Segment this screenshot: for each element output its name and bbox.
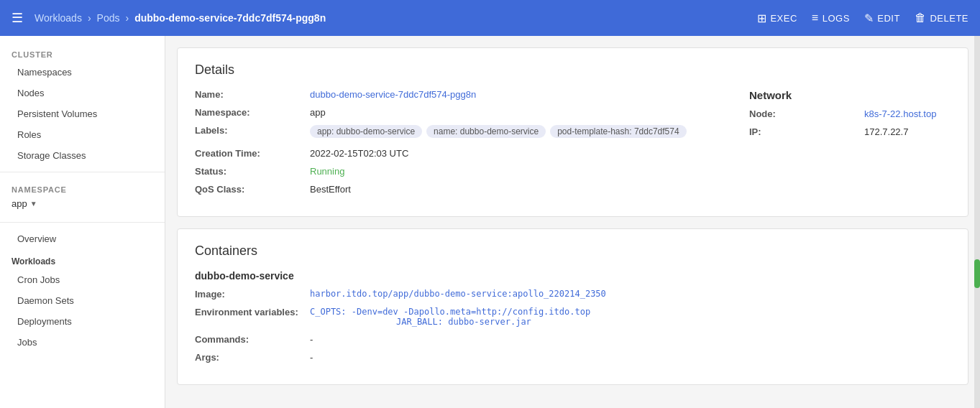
labels-label: Labels:: [195, 125, 310, 136]
sidebar-item-overview[interactable]: Overview: [0, 228, 165, 249]
containers-title: Containers: [195, 244, 951, 259]
exec-button[interactable]: ⊞ EXEC: [757, 11, 797, 25]
delete-label: DELETE: [930, 13, 968, 24]
creation-value: 2022-02-15T02:03 UTC: [310, 148, 408, 159]
env-label: Environment variables:: [195, 307, 310, 317]
sidebar: Cluster Namespaces Nodes Persistent Volu…: [0, 36, 165, 408]
env-row: Environment variables: C_OPTS: -Denv=dev…: [195, 307, 951, 327]
commands-label: Commands:: [195, 334, 310, 345]
qos-row: QoS Class: BestEffort: [195, 184, 735, 195]
delete-icon: 🗑: [915, 11, 927, 24]
name-row: Name: dubbo-demo-service-7ddc7df574-pgg8…: [195, 89, 735, 100]
exec-label: EXEC: [770, 13, 797, 24]
network-title: Network: [749, 89, 951, 101]
breadcrumb-workloads[interactable]: Workloads: [35, 12, 82, 24]
commands-row: Commands: -: [195, 334, 951, 345]
args-value: -: [310, 352, 313, 363]
namespace-detail-label: Namespace:: [195, 107, 310, 118]
args-label: Args:: [195, 352, 310, 363]
breadcrumb-current: dubbo-demo-service-7ddc7df574-pgg8n: [134, 12, 326, 24]
exec-icon: ⊞: [757, 11, 767, 25]
ip-label: IP:: [749, 126, 864, 137]
details-title: Details: [195, 62, 951, 78]
namespace-detail-value: app: [310, 107, 326, 118]
breadcrumb-pods[interactable]: Pods: [97, 12, 120, 24]
details-network: Network Node: k8s-7-22.host.top IP: 172.…: [735, 89, 951, 202]
labels-container: app: dubbo-demo-service name: dubbo-demo…: [310, 125, 691, 141]
image-value: harbor.itdo.top/app/dubbo-demo-service:a…: [310, 289, 606, 299]
node-row: Node: k8s-7-22.host.top: [749, 108, 951, 119]
scrollbar-thumb[interactable]: [974, 259, 980, 288]
breadcrumb-sep-1: ›: [88, 12, 91, 24]
edit-button[interactable]: ✎ EDIT: [864, 11, 900, 25]
cluster-section-title: Cluster: [0, 45, 165, 62]
image-label: Image:: [195, 289, 310, 300]
sidebar-item-nodes[interactable]: Nodes: [0, 83, 165, 103]
navbar: ☰ Workloads › Pods › dubbo-demo-service-…: [0, 0, 980, 36]
label-chip-2: pod-template-hash: 7ddc7df574: [550, 125, 686, 138]
creation-label: Creation Time:: [195, 148, 310, 159]
ip-row: IP: 172.7.22.7: [749, 126, 951, 137]
qos-label: QoS Class:: [195, 184, 310, 195]
image-row: Image: harbor.itdo.top/app/dubbo-demo-se…: [195, 289, 951, 300]
namespace-arrow-icon: ▼: [30, 200, 37, 208]
name-value: dubbo-demo-service-7ddc7df574-pgg8n: [310, 89, 476, 100]
labels-row: Labels: app: dubbo-demo-service name: du…: [195, 125, 735, 141]
commands-value: -: [310, 334, 313, 345]
logs-icon: ≡: [812, 11, 819, 24]
name-label: Name:: [195, 89, 310, 100]
navbar-right: ⊞ EXEC ≡ LOGS ✎ EDIT 🗑 DELETE: [757, 11, 968, 25]
edit-icon: ✎: [864, 11, 874, 25]
container-name: dubbo-demo-service: [195, 270, 951, 282]
label-chip-1: name: dubbo-demo-service: [426, 125, 546, 138]
creation-row: Creation Time: 2022-02-15T02:03 UTC: [195, 148, 735, 159]
sidebar-item-persistent-volumes[interactable]: Persistent Volumes: [0, 103, 165, 124]
namespace-row: Namespace: app: [195, 107, 735, 118]
breadcrumb-sep-2: ›: [125, 12, 129, 24]
hamburger-icon[interactable]: ☰: [12, 10, 23, 26]
main-content: Details Name: dubbo-demo-service-7ddc7df…: [165, 36, 980, 408]
sidebar-item-roles[interactable]: Roles: [0, 124, 165, 145]
namespace-label: Namespace: [12, 185, 153, 194]
navbar-left: ☰ Workloads › Pods › dubbo-demo-service-…: [12, 10, 748, 26]
node-label: Node:: [749, 108, 864, 119]
containers-card: Containers dubbo-demo-service Image: har…: [177, 228, 968, 385]
delete-button[interactable]: 🗑 DELETE: [915, 11, 968, 24]
env-line2: JAR_BALL: dubbo-server.jar: [396, 317, 590, 327]
logs-label: LOGS: [823, 13, 850, 24]
details-card: Details Name: dubbo-demo-service-7ddc7df…: [177, 47, 968, 217]
sidebar-item-daemon-sets[interactable]: Daemon Sets: [0, 290, 165, 311]
namespace-select[interactable]: app ▼: [12, 198, 153, 209]
details-columns: Name: dubbo-demo-service-7ddc7df574-pgg8…: [195, 89, 951, 202]
logs-button[interactable]: ≡ LOGS: [812, 11, 850, 24]
scrollbar-track[interactable]: [974, 36, 980, 408]
sidebar-item-cron-jobs[interactable]: Cron Jobs: [0, 269, 165, 290]
status-value: Running: [310, 166, 344, 177]
namespace-section: Namespace app ▼: [0, 178, 165, 216]
sidebar-item-storage-classes[interactable]: Storage Classes: [0, 145, 165, 166]
label-chip-0: app: dubbo-demo-service: [310, 125, 422, 138]
status-row: Status: Running: [195, 166, 735, 177]
env-line1: C_OPTS: -Denv=dev -Dapollo.meta=http://c…: [310, 307, 590, 317]
sidebar-item-deployments[interactable]: Deployments: [0, 311, 165, 332]
sidebar-item-jobs[interactable]: Jobs: [0, 332, 165, 353]
workloads-section-header: Workloads: [0, 249, 165, 269]
env-values: C_OPTS: -Denv=dev -Dapollo.meta=http://c…: [310, 307, 590, 327]
args-row: Args: -: [195, 352, 951, 363]
sidebar-divider: [0, 172, 165, 172]
namespace-value: app: [12, 198, 27, 209]
details-main: Name: dubbo-demo-service-7ddc7df574-pgg8…: [195, 89, 735, 202]
ip-value: 172.7.22.7: [864, 126, 908, 137]
main-layout: Cluster Namespaces Nodes Persistent Volu…: [0, 36, 980, 408]
status-label: Status:: [195, 166, 310, 177]
edit-label: EDIT: [877, 13, 900, 24]
sidebar-divider-2: [0, 222, 165, 223]
qos-value: BestEffort: [310, 184, 351, 195]
sidebar-item-namespaces[interactable]: Namespaces: [0, 62, 165, 83]
node-value[interactable]: k8s-7-22.host.top: [864, 108, 936, 119]
